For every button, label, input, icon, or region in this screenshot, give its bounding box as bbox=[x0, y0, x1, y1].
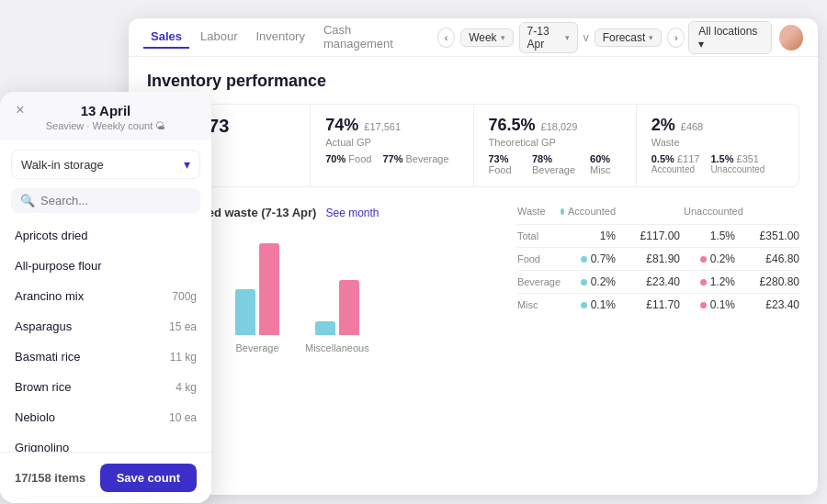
storage-dropdown[interactable]: Walk-in storage ▾ bbox=[11, 150, 200, 179]
bar-bev-accounted bbox=[235, 289, 255, 335]
nav-right: All locations ▾ bbox=[688, 21, 803, 54]
locations-button[interactable]: All locations ▾ bbox=[688, 21, 772, 54]
waste-row-beverage: Beverage 0.2% £23.40 1.2% £280.80 bbox=[517, 270, 799, 293]
page-title: Inventory performance bbox=[147, 72, 799, 91]
bar-label-misc: Miscellaneous bbox=[305, 342, 369, 353]
kpi-waste: 2% £468 Waste 0.5% £117 Accounted 1.5% £… bbox=[637, 105, 799, 186]
compare-selector[interactable]: Forecast ▾ bbox=[595, 28, 663, 47]
tab-cash-management[interactable]: Cash management bbox=[316, 19, 426, 56]
list-item[interactable]: All-purpose flour bbox=[0, 251, 211, 281]
theoretical-gp-pct: 76.5% bbox=[489, 116, 536, 135]
wt-bev-acc-amt: £23.40 bbox=[616, 275, 680, 288]
wt-total-unacc-amt: £351.00 bbox=[735, 230, 799, 242]
list-item[interactable]: Brown rice 4 kg bbox=[0, 372, 211, 402]
period-arrow: ▾ bbox=[501, 33, 505, 42]
wt-cat-beverage: Beverage bbox=[517, 276, 561, 287]
bars-beverage bbox=[235, 243, 279, 335]
dot-food-acc bbox=[581, 256, 587, 263]
save-count-button[interactable]: Save count bbox=[100, 464, 197, 492]
wt-cat-total: Total bbox=[517, 230, 561, 241]
item-name-flour: All-purpose flour bbox=[15, 259, 102, 273]
list-item[interactable]: Nebiolo 10 ea bbox=[0, 402, 211, 432]
actual-gp-food: 70% Food bbox=[325, 153, 371, 164]
wt-misc-unacc-pct: 0.1% bbox=[680, 298, 735, 311]
fp-date: 13 April bbox=[15, 103, 197, 118]
dash-content: Inventory performance £23,873 74% £17,56… bbox=[129, 57, 818, 368]
bar-label-beverage: Beverage bbox=[235, 342, 278, 353]
actual-gp-breakdown: 70% Food 77% Beverage bbox=[325, 153, 458, 164]
dot-accounted bbox=[561, 208, 564, 215]
item-name-asparagus: Asparagus bbox=[15, 319, 72, 333]
item-qty-basmati: 11 kg bbox=[170, 351, 197, 364]
th-gp-bev: 78% Beverage bbox=[532, 153, 579, 175]
search-container: 🔍 bbox=[11, 188, 200, 213]
waste-label: Waste bbox=[651, 137, 784, 148]
close-button[interactable]: × bbox=[11, 101, 29, 119]
tab-labour[interactable]: Labour bbox=[193, 26, 244, 49]
wt-misc-acc-pct: 0.1% bbox=[561, 298, 616, 311]
waste-row-total: Total 1% £117.00 1.5% £351.00 bbox=[517, 224, 799, 247]
list-item[interactable]: Asparagus 15 ea bbox=[0, 311, 211, 342]
wt-header-cat: Waste bbox=[517, 206, 561, 217]
actual-gp-label: Actual GP bbox=[325, 137, 458, 148]
bar-misc-unaccounted bbox=[339, 280, 359, 335]
tab-inventory[interactable]: Inventory bbox=[248, 26, 312, 49]
next-arrow[interactable]: › bbox=[667, 28, 685, 48]
wt-misc-acc-amt: £11.70 bbox=[616, 298, 680, 311]
bars-misc bbox=[315, 280, 359, 335]
item-name-grignolino: Grignolino bbox=[15, 441, 69, 452]
prev-arrow[interactable]: ‹ bbox=[437, 28, 455, 48]
dashboard-panel: Sales Labour Inventory Cash management ‹… bbox=[129, 18, 818, 495]
item-qty-arancino: 700g bbox=[172, 290, 197, 303]
item-qty-asparagus: 15 ea bbox=[169, 320, 197, 333]
waste-section: unaccounted waste (7-13 Apr) See month F… bbox=[147, 206, 799, 353]
th-gp-misc: 60% Misc bbox=[590, 153, 621, 175]
waste-row-misc: Misc 0.1% £11.70 0.1% £23.40 bbox=[517, 293, 799, 316]
dropdown-arrow-icon: ▾ bbox=[184, 157, 190, 172]
theoretical-gp-breakdown: 73% Food 78% Beverage 60% Misc bbox=[489, 153, 621, 175]
list-item[interactable]: Grignolino bbox=[0, 432, 211, 452]
wt-misc-unacc-amt: £23.40 bbox=[735, 298, 799, 311]
list-item[interactable]: Arancino mix 700g bbox=[0, 281, 211, 311]
waste-table: Waste Accounted Unaccounted Total 1% bbox=[517, 206, 799, 353]
compare-arrow: ▾ bbox=[649, 33, 653, 42]
list-item[interactable]: Apricots dried bbox=[0, 220, 211, 251]
kpi-row: £23,873 74% £17,561 Actual GP 70% Food 7… bbox=[147, 104, 799, 187]
list-item[interactable]: Basmati rice 11 kg bbox=[0, 342, 211, 372]
avatar[interactable] bbox=[779, 25, 803, 50]
item-name-nebiolo: Nebiolo bbox=[15, 410, 55, 424]
wt-food-unacc-pct: 0.2% bbox=[680, 252, 735, 265]
vs-label: v bbox=[583, 31, 589, 44]
wt-header-unaccounted: Unaccounted bbox=[680, 206, 735, 217]
wt-bev-unacc-pct: 1.2% bbox=[680, 275, 735, 288]
wt-header-accounted: Accounted bbox=[561, 206, 616, 217]
tab-sales[interactable]: Sales bbox=[143, 26, 189, 49]
waste-row-food: Food 0.7% £81.90 0.2% £46.80 bbox=[517, 247, 799, 270]
item-name-brown-rice: Brown rice bbox=[15, 380, 71, 394]
item-qty-brown-rice: 4 kg bbox=[176, 381, 197, 394]
waste-accounted: 0.5% £117 Accounted bbox=[651, 153, 700, 174]
wt-total-acc-amt: £117.00 bbox=[616, 230, 680, 242]
theoretical-gp-label: Theoretical GP bbox=[489, 137, 621, 148]
nav-controls: ‹ Week ▾ 7-13 Apr ▾ v Forecast ▾ › bbox=[437, 22, 685, 53]
float-panel: × 13 April Seaview · Weekly count 🌤 Walk… bbox=[0, 92, 211, 503]
wt-cat-food: Food bbox=[517, 253, 561, 264]
period-selector[interactable]: Week ▾ bbox=[460, 28, 513, 47]
dot-misc-acc bbox=[581, 302, 587, 308]
date-range-selector[interactable]: 7-13 Apr ▾ bbox=[519, 22, 578, 53]
actual-gp-amount: £17,561 bbox=[364, 121, 401, 132]
search-icon: 🔍 bbox=[20, 194, 35, 207]
item-name-basmati: Basmati rice bbox=[15, 350, 81, 364]
items-count: 17/158 items bbox=[15, 471, 85, 485]
bar-misc-accounted bbox=[315, 321, 335, 335]
kpi-theoretical-gp: 76.5% £18,029 Theoretical GP 73% Food 78… bbox=[474, 105, 637, 186]
wt-header-unacc-amt bbox=[735, 206, 799, 217]
item-qty-nebiolo: 10 ea bbox=[169, 411, 197, 424]
wt-food-unacc-amt: £46.80 bbox=[735, 252, 799, 265]
search-input[interactable] bbox=[40, 194, 191, 207]
dot-bev-unacc bbox=[700, 279, 707, 286]
kpi-actual-gp: 74% £17,561 Actual GP 70% Food 77% Bever… bbox=[311, 105, 473, 186]
dot-misc-unacc bbox=[700, 302, 707, 308]
wt-food-acc-amt: £81.90 bbox=[616, 252, 680, 265]
see-month-link[interactable]: See month bbox=[325, 207, 379, 219]
